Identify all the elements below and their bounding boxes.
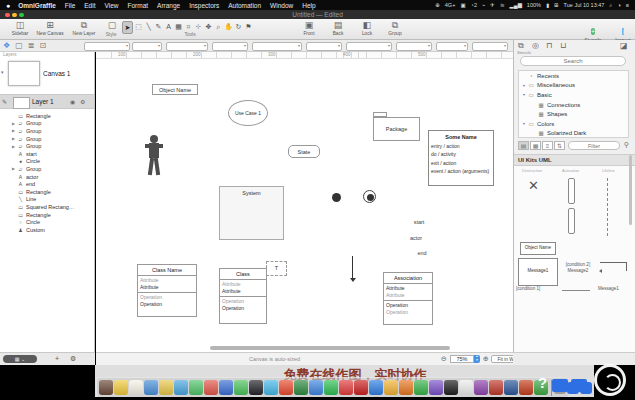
dock-app-icon-24[interactable] <box>459 380 473 394</box>
object-name-shape[interactable]: Object Name <box>152 84 198 95</box>
status-icon[interactable]: ▣ <box>460 2 465 8</box>
canvas-name[interactable]: Canvas 1 <box>43 70 70 77</box>
dock-app-icon-23[interactable] <box>444 380 458 394</box>
dock-app-icon-27[interactable] <box>504 380 518 394</box>
dock-app-icon-14[interactable] <box>309 380 323 394</box>
drawing-canvas[interactable]: Object Name Use Case 1 State Package Som… <box>96 59 513 352</box>
sidebar-object-group[interactable]: ▶▱Group <box>0 120 95 128</box>
stencil-header-icon[interactable]: ◎ <box>532 41 539 50</box>
tool-0-icon[interactable]: ➤ <box>122 21 133 34</box>
dock-app-icon-21[interactable] <box>414 380 428 394</box>
stencil-corner-icon[interactable]: ◪ <box>620 41 628 50</box>
apple-menu-icon[interactable]: ● <box>6 2 10 9</box>
dock-app-icon-6[interactable] <box>189 380 203 394</box>
toolbar-new-layer-button[interactable]: ⧉New Layer <box>70 20 98 36</box>
dock-app-icon-11[interactable] <box>264 380 278 394</box>
zoom-in-icon[interactable]: ⊕ <box>483 355 489 363</box>
sidebar-gear-button[interactable]: ⚙ <box>70 355 76 363</box>
dock-app-icon-9[interactable] <box>234 380 248 394</box>
menu-item-automation[interactable]: Automation <box>228 2 261 9</box>
dock-app-icon-16[interactable] <box>339 380 353 394</box>
menu-clock[interactable]: Tue Jul 10 13:47 <box>564 2 605 8</box>
start-label[interactable]: start <box>404 219 434 225</box>
font-style-select[interactable] <box>166 42 208 51</box>
template-param-box[interactable]: T <box>266 261 287 276</box>
canvas-thumbnail[interactable] <box>8 61 40 86</box>
dock-app-icon-28[interactable] <box>519 380 533 394</box>
status-icon[interactable]: ▮ <box>546 2 549 8</box>
dock-app-icon-20[interactable] <box>399 380 413 394</box>
line-type-select[interactable] <box>436 42 468 51</box>
tool-9-icon[interactable]: ⌕ <box>214 21 223 32</box>
object-icon[interactable]: ⊡ <box>39 41 46 50</box>
menu-item-arrange[interactable]: Arrange <box>157 2 180 9</box>
stencil-tree-connections[interactable]: ▦Connections <box>519 100 628 110</box>
stencil-header-icon[interactable]: ⊓ <box>546 41 552 50</box>
sidebar-object-rectangle[interactable]: ▭Rectangle <box>0 188 95 196</box>
stencil-tree-recents[interactable]: ◔Recents <box>519 71 628 81</box>
message-box-stencil[interactable]: Message1 <box>518 258 558 286</box>
status-icon[interactable]: ◑ <box>617 2 620 8</box>
dock-app-icon-8[interactable] <box>219 380 233 394</box>
minimized-window[interactable] <box>552 379 568 392</box>
stencil-header-icon[interactable]: ⊔ <box>560 41 566 50</box>
message-line-stencil[interactable] <box>562 290 590 291</box>
macos-dock[interactable] <box>96 377 570 398</box>
association-table[interactable]: Association Attribute Attribute Operatio… <box>383 272 433 325</box>
layer-settings-icon[interactable]: ⚙ <box>80 98 85 105</box>
use-case-ellipse[interactable]: Use Case 1 <box>228 100 268 126</box>
system-boundary-shape[interactable]: System <box>219 186 284 240</box>
status-icon[interactable]: 100% <box>527 2 541 8</box>
menu-item-edit[interactable]: Edit <box>84 2 95 9</box>
minimized-window[interactable] <box>571 379 587 392</box>
text-align-select[interactable] <box>212 42 248 51</box>
self-message-stencil[interactable] <box>600 262 627 271</box>
tool-2-icon[interactable]: ╲ <box>144 21 153 32</box>
final-state-node[interactable] <box>363 190 376 203</box>
stencil-view-segment-3[interactable]: ⇅ <box>554 141 565 150</box>
dock-app-icon-7[interactable] <box>204 380 218 394</box>
appearance-icon[interactable]: ❖ <box>3 41 10 50</box>
stencil-tree-colors[interactable]: ▾▭Colors <box>519 119 628 129</box>
canvas-popup-button[interactable]: ▦ ⌄ <box>3 355 37 363</box>
tool-6-icon[interactable]: ⌗ <box>184 21 193 32</box>
dock-app-icon-17[interactable] <box>354 380 368 394</box>
status-icon[interactable]: ⌁ <box>482 2 485 8</box>
status-icon[interactable]: ≋ <box>500 2 505 8</box>
dock-app-icon-4[interactable] <box>159 380 173 394</box>
class-name-table[interactable]: Class Name Attribute Attribute Operation… <box>137 264 197 317</box>
dock-app-icon-13[interactable] <box>294 380 308 394</box>
stencil-search-input[interactable] <box>520 56 626 66</box>
package-shape[interactable]: Package <box>373 112 420 141</box>
tool-12-icon[interactable]: ⚑ <box>244 21 253 32</box>
status-icon[interactable]: 4G+ <box>445 2 456 8</box>
status-icon[interactable]: ≡ <box>626 2 629 8</box>
shadow-style-select[interactable] <box>346 42 392 51</box>
status-icon[interactable]: ⊞ <box>554 2 559 8</box>
menu-item-window[interactable]: Window <box>270 2 293 9</box>
sidebar-object-group[interactable]: ▶▱Group <box>0 135 95 143</box>
dock-app-icon-18[interactable] <box>369 380 383 394</box>
sidebar-object-custom[interactable]: ♟Custom <box>0 226 95 234</box>
status-icon[interactable]: ◔2 <box>471 2 477 8</box>
sidebar-object-group[interactable]: ▶▱Group <box>0 165 95 173</box>
menu-item-view[interactable]: View <box>104 2 118 9</box>
menu-item-omnigraffle[interactable]: OmniGraffle <box>18 2 56 9</box>
tool-10-icon[interactable]: ✋ <box>224 21 233 32</box>
tool-4-icon[interactable]: A <box>164 21 173 32</box>
sidebar-object-group[interactable]: ▶▱Group <box>0 127 95 135</box>
dock-app-icon-1[interactable] <box>114 380 128 394</box>
layer-visibility-icon[interactable]: ◉ <box>70 98 75 105</box>
stencil-view-segment-0[interactable]: ▤ <box>518 141 529 150</box>
fill-style-select[interactable] <box>252 42 302 51</box>
dock-app-icon-15[interactable] <box>324 380 338 394</box>
menu-item-help[interactable]: Help <box>302 2 315 9</box>
state-shape[interactable]: State <box>288 145 320 158</box>
dock-app-icon-2[interactable] <box>129 380 143 394</box>
toolbar-sidebar-button[interactable]: ◫Sidebar <box>6 20 34 36</box>
sidebar-object-start[interactable]: Astart <box>0 150 95 158</box>
arrow-type-select[interactable] <box>472 42 508 51</box>
zoom-level-field[interactable]: 75% <box>450 355 474 363</box>
status-icon[interactable]: ⌕ <box>609 2 612 9</box>
status-icon[interactable]: ⊕ <box>435 2 440 8</box>
